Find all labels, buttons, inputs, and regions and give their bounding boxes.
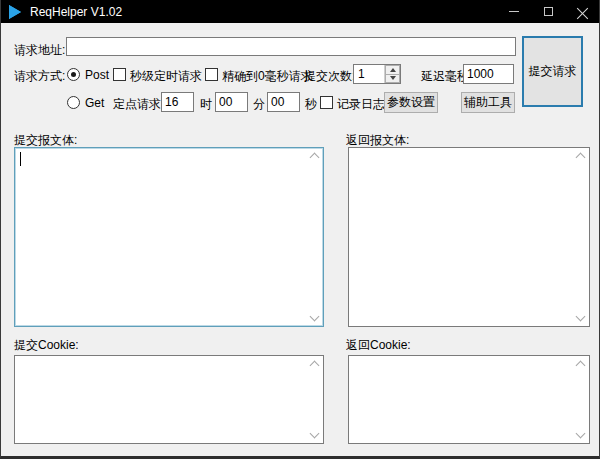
get-radio[interactable]: [67, 96, 80, 109]
second-input[interactable]: [267, 92, 300, 112]
interval-checkbox[interactable]: [113, 68, 126, 81]
tools-button[interactable]: 辅助工具: [461, 92, 515, 113]
count-up-button[interactable]: [385, 65, 400, 75]
post-radio[interactable]: [67, 68, 80, 81]
delay-input[interactable]: [463, 64, 514, 84]
minute-input[interactable]: [215, 92, 248, 112]
radio-dot: [71, 72, 76, 77]
count-value: 1: [354, 65, 384, 83]
second-unit-label: 秒: [305, 96, 317, 113]
window-controls: [497, 0, 599, 23]
count-down-button[interactable]: [385, 75, 400, 84]
submit-body-panel: [14, 147, 324, 327]
scroll-down-icon[interactable]: [310, 312, 320, 322]
submit-request-button[interactable]: 提交请求: [522, 36, 583, 107]
response-cookie-textarea[interactable]: [350, 357, 572, 442]
schedule-label: 定点请求:: [113, 96, 164, 113]
response-body-panel: [348, 147, 590, 327]
window-title: ReqHelper V1.02: [30, 5, 122, 19]
count-spin-buttons: [384, 65, 400, 83]
titlebar: ReqHelper V1.02: [1, 0, 599, 23]
scroll-down-icon[interactable]: [576, 429, 586, 439]
minimize-icon: [509, 11, 519, 12]
scroll-up-icon[interactable]: [576, 361, 586, 371]
address-input[interactable]: [66, 37, 516, 56]
scroll-up-icon[interactable]: [576, 153, 586, 163]
app-window: ReqHelper V1.02 请求地址: 提交请求 请求方式: Post 秒级…: [0, 0, 600, 459]
interval-checkbox-label[interactable]: 秒级定时请求: [130, 68, 202, 85]
spin-up-icon: [390, 68, 396, 72]
scroll-down-icon[interactable]: [310, 429, 320, 439]
precise-checkbox-label[interactable]: 精确到0毫秒请求: [222, 68, 313, 85]
log-checkbox-label[interactable]: 记录日志: [337, 96, 385, 113]
scroll-down-icon[interactable]: [576, 312, 586, 322]
params-button[interactable]: 参数设置: [384, 92, 438, 113]
text-caret: [20, 152, 21, 166]
minute-unit-label: 分: [253, 96, 265, 113]
count-stepper[interactable]: 1: [353, 64, 401, 84]
count-label: 提交次数:: [304, 68, 355, 85]
log-checkbox[interactable]: [320, 96, 333, 109]
response-body-textarea[interactable]: [350, 149, 572, 325]
submit-cookie-textarea[interactable]: [16, 357, 306, 442]
submit-cookie-panel: [14, 355, 324, 444]
scroll-up-icon[interactable]: [310, 361, 320, 371]
close-icon: [577, 6, 588, 17]
submit-body-textarea[interactable]: [16, 149, 306, 325]
response-cookie-panel: [348, 355, 590, 444]
post-radio-label[interactable]: Post: [85, 68, 109, 82]
submit-cookie-label: 提交Cookie:: [14, 337, 79, 354]
close-button[interactable]: [565, 0, 599, 23]
maximize-button[interactable]: [531, 0, 565, 23]
maximize-icon: [544, 7, 553, 16]
hour-input[interactable]: [161, 92, 194, 112]
response-cookie-label: 返回Cookie:: [346, 337, 411, 354]
get-radio-label[interactable]: Get: [85, 96, 104, 110]
app-logo-icon: [9, 5, 21, 19]
method-label: 请求方式:: [14, 68, 65, 85]
minimize-button[interactable]: [497, 0, 531, 23]
scroll-up-icon[interactable]: [310, 153, 320, 163]
spin-down-icon: [390, 76, 396, 80]
address-label: 请求地址:: [14, 42, 65, 59]
precise-checkbox[interactable]: [205, 68, 218, 81]
hour-unit-label: 时: [200, 96, 212, 113]
